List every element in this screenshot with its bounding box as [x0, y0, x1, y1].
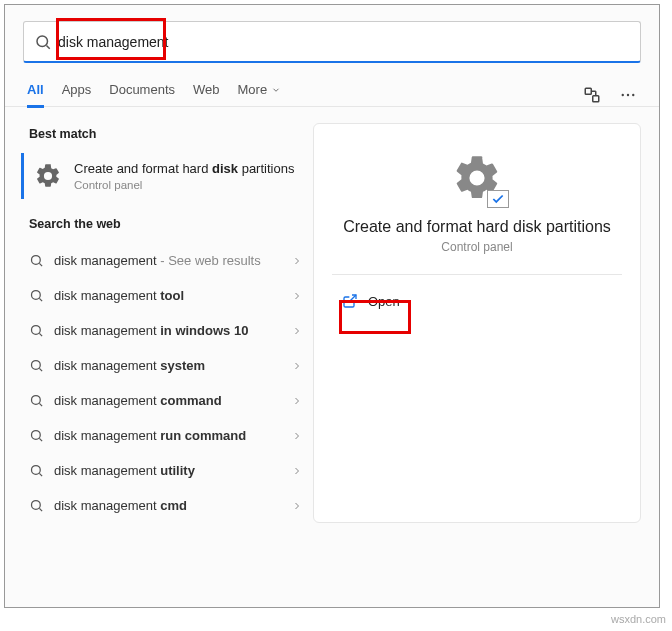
web-result-text: disk management run command — [54, 428, 281, 443]
preview-subtitle: Control panel — [441, 240, 512, 254]
chevron-down-icon — [271, 85, 281, 95]
svg-line-24 — [39, 509, 42, 512]
tab-apps[interactable]: Apps — [62, 82, 92, 107]
web-result-text: disk management system — [54, 358, 281, 373]
web-result-text: disk management cmd — [54, 498, 281, 513]
svg-point-7 — [627, 93, 629, 95]
svg-line-12 — [39, 299, 42, 302]
svg-line-20 — [39, 439, 42, 442]
open-button[interactable]: Open — [332, 287, 410, 315]
chevron-right-icon — [291, 395, 303, 407]
tab-more-label: More — [238, 82, 268, 97]
gear-icon — [34, 162, 62, 190]
svg-line-18 — [39, 404, 42, 407]
svg-point-17 — [32, 396, 41, 405]
web-result-item[interactable]: disk management cmd — [27, 488, 309, 523]
svg-point-9 — [32, 256, 41, 265]
best-match-subtitle: Control panel — [74, 179, 294, 191]
search-bar[interactable] — [23, 21, 641, 63]
web-result-item[interactable]: disk management in windows 10 — [27, 313, 309, 348]
tab-all[interactable]: All — [27, 82, 44, 108]
svg-line-14 — [39, 334, 42, 337]
search-web-label: Search the web — [29, 217, 309, 231]
preview-icon — [451, 152, 503, 204]
search-icon — [29, 323, 44, 338]
chevron-right-icon — [291, 255, 303, 267]
connect-icon[interactable] — [583, 86, 601, 104]
search-icon — [29, 498, 44, 513]
svg-point-13 — [32, 326, 41, 335]
chevron-right-icon — [291, 465, 303, 477]
svg-point-23 — [32, 501, 41, 510]
svg-line-16 — [39, 369, 42, 372]
open-label: Open — [368, 294, 400, 309]
best-match-label: Best match — [29, 127, 309, 141]
svg-point-19 — [32, 431, 41, 440]
web-result-item[interactable]: disk management utility — [27, 453, 309, 488]
web-result-item[interactable]: disk management command — [27, 383, 309, 418]
web-result-item[interactable]: disk management run command — [27, 418, 309, 453]
search-icon — [29, 428, 44, 443]
svg-point-6 — [622, 93, 624, 95]
svg-point-0 — [37, 36, 48, 47]
search-icon — [34, 33, 52, 51]
search-icon — [29, 358, 44, 373]
svg-line-22 — [39, 474, 42, 477]
search-icon — [29, 253, 44, 268]
preview-pane: Create and format hard disk partitions C… — [313, 123, 641, 523]
open-external-icon — [342, 293, 358, 309]
best-match-result[interactable]: Create and format hard disk partitions C… — [21, 153, 309, 199]
svg-point-21 — [32, 466, 41, 475]
chevron-right-icon — [291, 360, 303, 372]
web-result-text: disk management utility — [54, 463, 281, 478]
svg-rect-2 — [585, 88, 591, 94]
watermark: wsxdn.com — [611, 613, 666, 625]
search-icon — [29, 463, 44, 478]
svg-rect-3 — [593, 95, 599, 101]
more-options-icon[interactable] — [619, 86, 637, 104]
chevron-right-icon — [291, 500, 303, 512]
web-result-item[interactable]: disk management tool — [27, 278, 309, 313]
tab-documents[interactable]: Documents — [109, 82, 175, 107]
svg-point-8 — [632, 93, 634, 95]
web-result-text: disk management command — [54, 393, 281, 408]
svg-point-15 — [32, 361, 41, 370]
search-icon — [29, 288, 44, 303]
best-match-title: Create and format hard disk partitions — [74, 161, 294, 177]
web-result-item[interactable]: disk management - See web results — [27, 243, 309, 278]
search-input[interactable] — [52, 34, 630, 50]
svg-point-11 — [32, 291, 41, 300]
filter-tabs: All Apps Documents Web More — [5, 63, 659, 107]
web-result-text: disk management - See web results — [54, 253, 281, 268]
divider — [332, 274, 622, 275]
svg-line-25 — [349, 295, 356, 302]
chevron-right-icon — [291, 325, 303, 337]
chevron-right-icon — [291, 290, 303, 302]
svg-line-10 — [39, 264, 42, 267]
search-icon — [29, 393, 44, 408]
tab-more[interactable]: More — [238, 82, 282, 107]
tab-web[interactable]: Web — [193, 82, 220, 107]
web-result-text: disk management in windows 10 — [54, 323, 281, 338]
chevron-right-icon — [291, 430, 303, 442]
check-badge — [487, 190, 509, 208]
svg-line-1 — [46, 45, 49, 48]
web-result-text: disk management tool — [54, 288, 281, 303]
preview-title: Create and format hard disk partitions — [343, 218, 611, 236]
web-result-item[interactable]: disk management system — [27, 348, 309, 383]
check-icon — [491, 192, 505, 206]
